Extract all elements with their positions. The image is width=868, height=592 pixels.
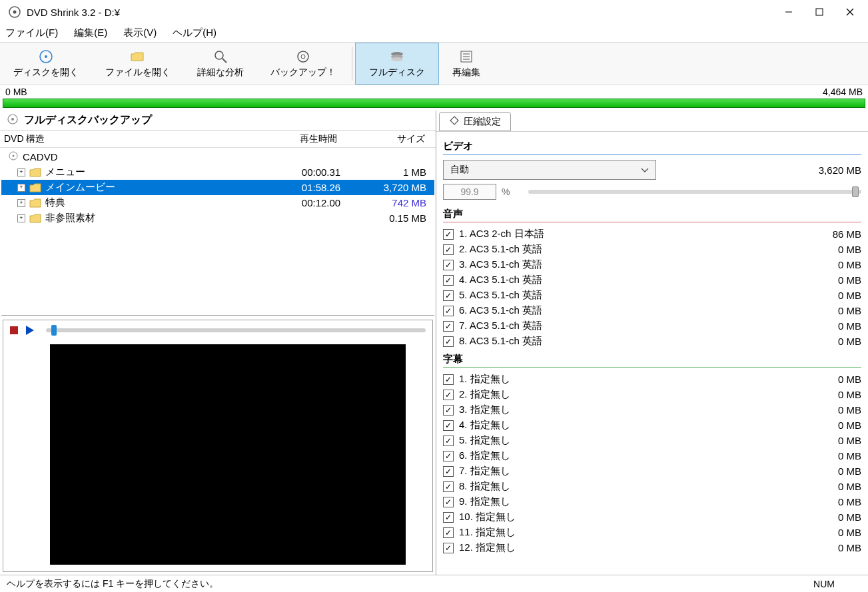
audio-item[interactable]: ✓6. AC3 5.1-ch 英語0 MB: [443, 303, 861, 318]
sizebar: [3, 99, 865, 108]
audio-item[interactable]: ✓5. AC3 5.1-ch 英語0 MB: [443, 288, 861, 303]
subtitle-item[interactable]: ✓1. 指定無し0 MB: [443, 372, 861, 387]
toolbar-analyze[interactable]: 詳細な分析: [184, 43, 257, 85]
subtitle-item[interactable]: ✓12. 指定無し0 MB: [443, 540, 861, 555]
close-button[interactable]: [835, 1, 865, 23]
minimize-button[interactable]: [773, 1, 804, 23]
checkbox[interactable]: ✓: [443, 229, 454, 240]
ratio-input[interactable]: [443, 184, 496, 200]
col-structure[interactable]: DVD 構造: [4, 133, 272, 145]
subtitle-list: ✓1. 指定無し0 MB✓2. 指定無し0 MB✓3. 指定無し0 MB✓4. …: [443, 372, 861, 555]
expander-icon[interactable]: +: [17, 199, 25, 207]
checkbox[interactable]: ✓: [443, 374, 454, 385]
ratio-slider[interactable]: [528, 190, 861, 194]
subtitle-item[interactable]: ✓6. 指定無し0 MB: [443, 448, 861, 463]
titlebar: DVD Shrink 3.2 - D:¥: [0, 0, 868, 24]
checkbox[interactable]: ✓: [443, 321, 454, 332]
col-size[interactable]: サイズ: [365, 133, 432, 145]
chevron-down-icon: [641, 164, 649, 175]
checkbox[interactable]: ✓: [443, 390, 454, 400]
subtitle-size: 0 MB: [815, 527, 861, 538]
expander-icon[interactable]: +: [17, 184, 25, 192]
audio-size: 0 MB: [815, 320, 861, 332]
audio-item[interactable]: ✓8. AC3 5.1-ch 英語0 MB: [443, 334, 861, 349]
checkbox[interactable]: ✓: [443, 466, 454, 477]
audio-item[interactable]: ✓1. AC3 2-ch 日本語86 MB: [443, 226, 861, 242]
preview-slider[interactable]: [46, 328, 426, 332]
checkbox[interactable]: ✓: [443, 260, 454, 270]
slider-thumb[interactable]: [51, 325, 57, 336]
menu-file[interactable]: ファイル(F): [5, 27, 58, 39]
expander-icon[interactable]: +: [17, 214, 25, 222]
checkbox[interactable]: ✓: [443, 436, 454, 446]
audio-size: 0 MB: [815, 259, 861, 270]
checkbox[interactable]: ✓: [443, 244, 454, 255]
tree-root[interactable]: CADVD: [1, 149, 434, 164]
subtitle-item[interactable]: ✓11. 指定無し0 MB: [443, 525, 861, 540]
checkbox[interactable]: ✓: [443, 290, 454, 301]
statusbar-help: ヘルプを表示するには F1 キーを押してください。: [7, 578, 218, 590]
checkbox[interactable]: ✓: [443, 512, 454, 523]
tree-row[interactable]: +非参照素材0.15 MB: [1, 210, 434, 226]
subtitle-item[interactable]: ✓8. 指定無し0 MB: [443, 479, 861, 494]
menu-help[interactable]: ヘルプ(H): [173, 27, 217, 39]
checkbox[interactable]: ✓: [443, 275, 454, 286]
tree-item-size: 742 MB: [368, 197, 434, 208]
tree-row[interactable]: +特典00:12.00742 MB: [1, 195, 434, 210]
maximize-button[interactable]: [804, 1, 835, 23]
ratio-slider-thumb[interactable]: [852, 186, 859, 197]
audio-item[interactable]: ✓3. AC3 5.1-ch 英語0 MB: [443, 257, 861, 272]
subtitle-label: 12. 指定無し: [459, 541, 815, 554]
col-duration[interactable]: 再生時間: [272, 133, 365, 145]
subtitle-item[interactable]: ✓7. 指定無し0 MB: [443, 463, 861, 479]
subtitle-size: 0 MB: [815, 496, 861, 507]
menubar: ファイル(F) 編集(E) 表示(V) ヘルプ(H): [0, 24, 868, 43]
expander-icon[interactable]: +: [17, 168, 25, 176]
checkbox[interactable]: ✓: [443, 336, 454, 347]
toolbar-backup[interactable]: バックアップ！: [257, 43, 349, 85]
checkbox[interactable]: ✓: [443, 451, 454, 461]
tab-compression[interactable]: 圧縮設定: [439, 112, 511, 131]
subtitle-item[interactable]: ✓3. 指定無し0 MB: [443, 402, 861, 418]
subtitle-item[interactable]: ✓2. 指定無し0 MB: [443, 387, 861, 402]
checkbox[interactable]: ✓: [443, 405, 454, 416]
subtitle-size: 0 MB: [815, 511, 861, 523]
subtitle-size: 0 MB: [815, 450, 861, 461]
audio-label: 2. AC3 5.1-ch 英語: [459, 243, 815, 256]
menu-view[interactable]: 表示(V): [123, 27, 157, 39]
tree-row[interactable]: +メニュー00:00.311 MB: [1, 164, 434, 180]
checkbox[interactable]: ✓: [443, 420, 454, 431]
right-pane-tabs: 圧縮設定: [436, 111, 868, 132]
stop-button[interactable]: [10, 326, 18, 334]
subtitle-item[interactable]: ✓5. 指定無し0 MB: [443, 433, 861, 448]
audio-item[interactable]: ✓7. AC3 5.1-ch 英語0 MB: [443, 318, 861, 334]
audio-item[interactable]: ✓2. AC3 5.1-ch 英語0 MB: [443, 242, 861, 257]
toolbar-full-disc[interactable]: フルディスク: [355, 43, 439, 85]
tree-item-name: メニュー: [45, 166, 274, 178]
tree-item-duration: 01:58.26: [274, 182, 368, 193]
menu-edit[interactable]: 編集(E): [74, 27, 107, 39]
play-button[interactable]: [26, 326, 34, 335]
subtitle-item[interactable]: ✓9. 指定無し0 MB: [443, 494, 861, 509]
tree-item-duration: 00:12.00: [274, 197, 368, 208]
checkbox[interactable]: ✓: [443, 527, 454, 538]
compression-mode-dropdown[interactable]: 自動: [443, 160, 656, 180]
audio-size: 0 MB: [815, 336, 861, 347]
checkbox[interactable]: ✓: [443, 497, 454, 507]
folder-icon: [29, 198, 41, 208]
right-pane: 圧縮設定 ビデオ 自動 3,620 MB % 音声 ✓1. AC3 2-ch 日…: [436, 111, 868, 575]
svg-point-22: [13, 155, 15, 157]
audio-item[interactable]: ✓4. AC3 5.1-ch 英語0 MB: [443, 272, 861, 288]
tree-row[interactable]: +メインムービー01:58.263,720 MB: [1, 180, 434, 195]
toolbar-open-disc[interactable]: ディスクを開く: [0, 43, 92, 85]
toolbar-reauthor[interactable]: 再編集: [439, 43, 494, 85]
folder-icon: [29, 183, 41, 192]
svg-point-14: [391, 57, 403, 61]
checkbox[interactable]: ✓: [443, 543, 454, 553]
subtitle-item[interactable]: ✓4. 指定無し0 MB: [443, 418, 861, 433]
toolbar-open-file[interactable]: ファイルを開く: [92, 43, 184, 85]
checkbox[interactable]: ✓: [443, 306, 454, 316]
subtitle-item[interactable]: ✓10. 指定無し0 MB: [443, 509, 861, 525]
subtitle-label: 6. 指定無し: [459, 449, 815, 462]
checkbox[interactable]: ✓: [443, 481, 454, 492]
